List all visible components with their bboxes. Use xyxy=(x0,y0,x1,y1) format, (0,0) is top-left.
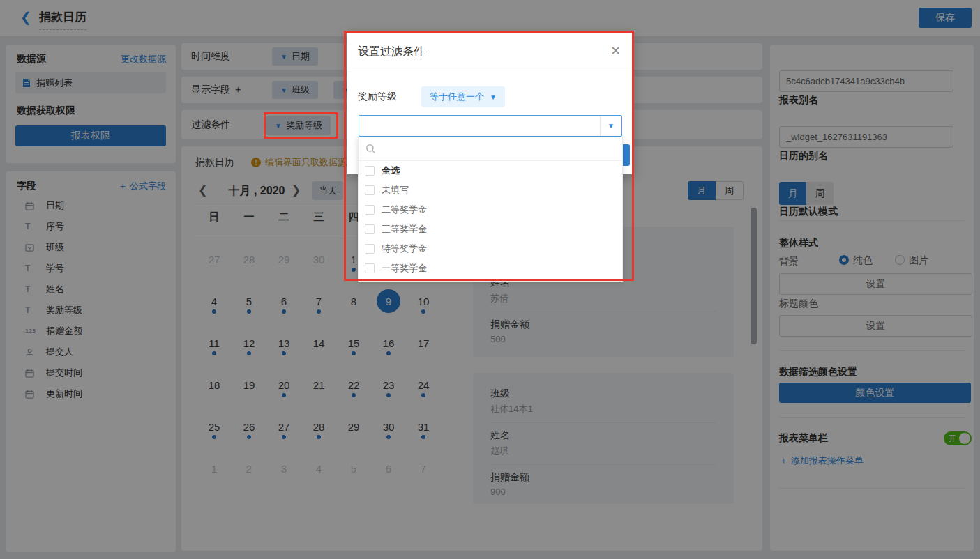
option-label: 全选 xyxy=(382,164,400,177)
chevron-down-icon: ▼ xyxy=(490,93,497,101)
chevron-down-icon[interactable]: ▼ xyxy=(600,116,621,136)
page: ❮ 捐款日历 保存 数据源 更改数据源 捐赠列表 数据获取权限 报表权限 字段 … xyxy=(0,0,980,559)
search-icon xyxy=(365,144,376,154)
filter-option-全选[interactable]: 全选 xyxy=(359,161,622,181)
modal-field-label: 奖励等级 xyxy=(358,91,397,103)
checkbox[interactable] xyxy=(365,224,375,234)
option-label: 一等奖学金 xyxy=(382,262,427,275)
filter-option-特等奖学金[interactable]: 特等奖学金 xyxy=(359,239,622,259)
filter-option-一等奖学金[interactable]: 一等奖学金 xyxy=(359,259,622,278)
filter-options-dropdown: 全选未填写二等奖学金三等奖学金特等奖学金一等奖学金 xyxy=(358,137,623,282)
option-label: 二等奖学金 xyxy=(382,204,427,216)
option-list: 全选未填写二等奖学金三等奖学金特等奖学金一等奖学金 xyxy=(359,161,622,278)
option-label: 三等奖学金 xyxy=(382,223,427,236)
modal-title: 设置过滤条件 xyxy=(358,45,425,59)
filter-option-三等奖学金[interactable]: 三等奖学金 xyxy=(359,220,622,239)
checkbox[interactable] xyxy=(365,166,375,176)
checkbox[interactable] xyxy=(365,244,375,254)
close-icon[interactable]: ✕ xyxy=(610,43,621,59)
option-search-input[interactable] xyxy=(382,141,622,157)
filter-option-二等奖学金[interactable]: 二等奖学金 xyxy=(359,200,622,220)
operator-dropdown[interactable]: 等于任意一个▼ xyxy=(421,86,505,107)
filter-value-select[interactable]: ▼ xyxy=(359,115,622,137)
option-search-row xyxy=(359,137,622,161)
checkbox[interactable] xyxy=(365,263,375,273)
option-label: 特等奖学金 xyxy=(382,243,427,255)
checkbox[interactable] xyxy=(365,205,375,215)
filter-option-未填写[interactable]: 未填写 xyxy=(359,181,622,200)
option-label: 未填写 xyxy=(382,184,409,197)
checkbox[interactable] xyxy=(365,185,375,195)
